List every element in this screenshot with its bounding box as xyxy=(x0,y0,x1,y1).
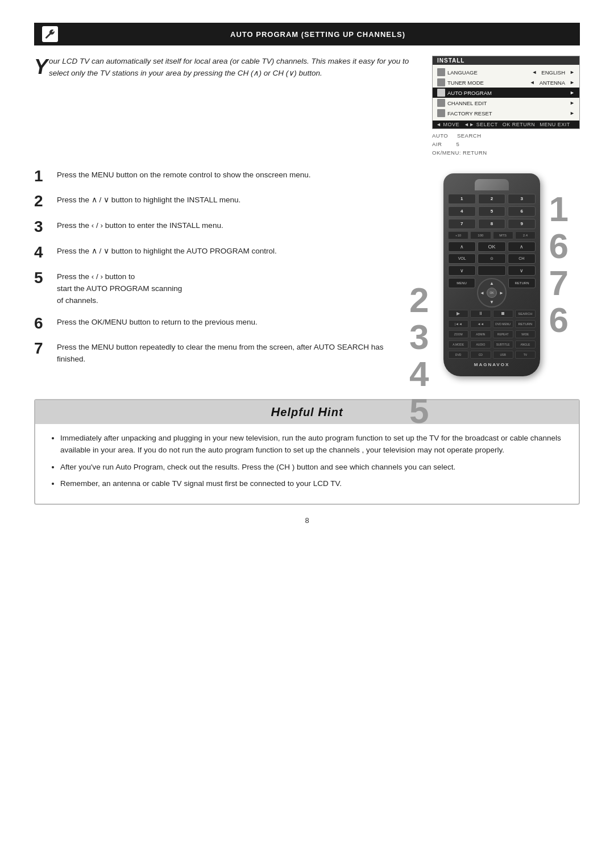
remote-btn-dash: 2.4 xyxy=(515,231,536,239)
remote-btn-ret2: RETURN xyxy=(515,320,536,328)
remote-btn-mts: MTS xyxy=(493,231,513,239)
remote-btn-3: 3 xyxy=(508,194,536,204)
step-number-3: 3 xyxy=(34,218,50,236)
step-1: 1 Press the MENU button on the remote co… xyxy=(34,168,387,185)
hint-item-2: After you've run Auto Program, check out… xyxy=(60,461,565,474)
step-5: 5 Press the ‹ / › button tostart the AUT… xyxy=(34,269,387,307)
main-content: 1 Press the MENU button on the remote co… xyxy=(34,168,580,376)
remote-btn-wide: WIDE xyxy=(515,330,536,338)
callout-left-2: 2 xyxy=(409,281,429,318)
tv-menu-row-channeledit: CHANNEL EDIT ► xyxy=(433,98,579,108)
remote-btn-audio: AUDIO xyxy=(470,340,491,348)
step-text-4: Press the ∧ / ∨ button to highlight the … xyxy=(57,244,277,258)
step-4: 4 Press the ∧ / ∨ button to highlight th… xyxy=(34,244,387,261)
remote-btn-dvdmenu: DVD MENU xyxy=(493,320,513,328)
remote-btn-1: 1 xyxy=(448,194,476,204)
step-number-6: 6 xyxy=(34,315,50,333)
tv-side-labels: AUTO SEARCH AIR 5 OK/MENU: Return xyxy=(432,131,580,157)
remote-nav-up: ▲ xyxy=(489,281,494,286)
remote-btn-skip: |◄◄ xyxy=(448,320,468,328)
remote-logo: MAGNAVOX xyxy=(448,362,536,367)
menu-icon-factory xyxy=(437,109,445,117)
remote-btn-dvd: DVD xyxy=(448,351,468,359)
callout-right-6b: 6 xyxy=(549,301,569,338)
remote-btn-ok-center: OK xyxy=(478,242,505,252)
remote-btn-usb: USB xyxy=(493,351,513,359)
tv-menu-nav-bar: ◄ MOVE ◄► SELECT OK RETURN MENU EXIT xyxy=(433,121,579,128)
remote-fn-row5: DVD CD USB TV xyxy=(448,351,536,359)
remote-fn-row3: ZOOM ADMIN REPEAT WIDE xyxy=(448,330,536,338)
remote-btn-menu: MENU xyxy=(448,278,475,288)
remote-btn-vol-up: ∧ xyxy=(448,242,476,252)
step-text-7: Press the MENU button repeatedly to clea… xyxy=(57,340,387,366)
remote-btn-ch-up: ∧ xyxy=(508,242,536,252)
menu-icon-tuner xyxy=(437,78,445,86)
hint-title-bar: Helpful Hint xyxy=(35,400,579,424)
remote-btn-zoom: ZOOM xyxy=(448,330,468,338)
remote-btn-ff: ◄◄ xyxy=(470,320,491,328)
tv-menu-row-language: LANGUAGE ◄ ENGLISH ► xyxy=(433,67,579,77)
remote-btn-angle: ANGLE xyxy=(515,340,536,348)
hint-body: Immediately after unpacking and plugging… xyxy=(35,424,579,504)
remote-btn-vol-label: VOL xyxy=(448,254,476,264)
step-number-2: 2 xyxy=(34,193,50,210)
step-7: 7 Press the MENU button repeatedly to cl… xyxy=(34,340,387,366)
callout-right-6a: 6 xyxy=(549,227,569,264)
step-number-4: 4 xyxy=(34,244,50,261)
hint-item-1: Immediately after unpacking and plugging… xyxy=(60,432,565,456)
remote-btn-5: 5 xyxy=(478,206,506,217)
header-title: Auto Program (Setting Up Channels) xyxy=(64,30,572,39)
steps-column: 1 Press the MENU button on the remote co… xyxy=(34,168,387,376)
remote-btn-7: 7 xyxy=(448,219,476,229)
callout-left-4: 4 xyxy=(409,355,429,392)
menu-icon-autoprog xyxy=(437,89,445,97)
step-number-1: 1 xyxy=(34,168,50,185)
intro-section: Your LCD TV can automatically set itself… xyxy=(34,56,580,157)
page-number: 8 xyxy=(34,516,580,525)
step-2: 2 Press the ∧ / ∨ button to highlight th… xyxy=(34,193,387,210)
remote-btn-ch-label: CH xyxy=(508,254,536,264)
remote-fn-row1: ▶ ⏸ ⏹ SEARCH xyxy=(448,310,536,318)
remote-control: 1 2 3 4 5 6 7 8 9 +10 100 MTS 2.4 xyxy=(443,173,540,376)
callout-left-3: 3 xyxy=(409,318,429,355)
tv-menu-box: INSTALL LANGUAGE ◄ ENGLISH ► TUNER MODE … xyxy=(432,56,580,129)
step-text-5: Press the ‹ / › button tostart the AUTO … xyxy=(57,269,182,307)
remote-btn-return: RETURN xyxy=(508,278,536,288)
remote-btn-admin: ADMIN xyxy=(470,330,491,338)
remote-btn-vol-down: ∨ xyxy=(448,265,476,276)
step-text-3: Press the ‹ / › button to enter the INST… xyxy=(57,218,223,232)
remote-nav-circle: OK ▲ ▼ ◄ ► xyxy=(477,278,507,308)
remote-btn-ok2: ⊙ xyxy=(478,254,505,264)
remote-nav-right: ► xyxy=(499,290,504,295)
remote-btn-cd: CD xyxy=(470,351,491,359)
hint-title: Helpful Hint xyxy=(271,406,343,418)
step-text-1: Press the MENU button on the remote cont… xyxy=(57,168,310,181)
header-icon xyxy=(42,26,58,42)
step-number-7: 7 xyxy=(34,340,50,358)
remote-btn-4: 4 xyxy=(448,206,476,217)
remote-volch-row: ∧ OK ∧ VOL ⊙ CH ∨ ∨ xyxy=(448,242,536,276)
remote-top-bump xyxy=(475,179,509,190)
remote-column: 1 6 7 6 2 3 4 5 1 2 3 4 xyxy=(398,168,580,376)
callout-left-5: 5 xyxy=(409,392,429,429)
tv-menu-title: INSTALL xyxy=(433,56,579,65)
step-number-5: 5 xyxy=(34,269,50,287)
step-3: 3 Press the ‹ / › button to enter the IN… xyxy=(34,218,387,236)
remote-fn-row4: A.MODE AUDIO SUBTITLE ANGLE xyxy=(448,340,536,348)
remote-btn-9: 9 xyxy=(508,219,536,229)
tv-menu-row-autoprog: AUTO PROGRAM ► xyxy=(433,88,579,98)
remote-btn-search-n: SEARCH xyxy=(515,310,536,318)
remote-nav-down: ▼ xyxy=(489,300,494,305)
remote-btn-amode: A.MODE xyxy=(448,340,468,348)
tv-side-line3: OK/MENU: Return xyxy=(432,148,580,157)
remote-btn-plus10: +10 xyxy=(448,231,468,239)
menu-icon-language xyxy=(437,68,445,76)
menu-icon-channeledit xyxy=(437,99,445,107)
hint-list: Immediately after unpacking and plugging… xyxy=(49,432,565,490)
callout-left: 2 3 4 5 xyxy=(409,281,429,429)
hint-box: Helpful Hint Immediately after unpacking… xyxy=(34,399,580,505)
remote-numpad-row1: 1 2 3 4 5 6 7 8 9 xyxy=(448,194,536,229)
remote-btn-repeat: REPEAT xyxy=(493,330,513,338)
intro-body: our LCD TV can automatically set itself … xyxy=(49,57,409,77)
remote-and-callouts: 1 6 7 6 2 3 4 5 1 2 3 4 xyxy=(409,168,569,376)
